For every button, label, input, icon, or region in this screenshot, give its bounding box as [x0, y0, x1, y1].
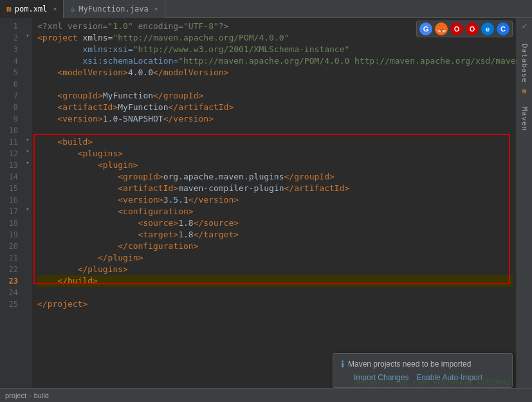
tab-bar: m pom.xml ✕ ☕ MyFunction.java ✕ [0, 0, 532, 18]
code-line-10 [37, 125, 513, 136]
code-line-4: xsi:schemaLocation="http://maven.apache.… [37, 55, 513, 67]
checkmark-icon: ✓ [522, 21, 527, 31]
code-line-18: <source>1.8</source> [37, 217, 513, 229]
line-num-6: 6 [3, 78, 18, 90]
tab-pom-close[interactable]: ✕ [53, 5, 57, 12]
line-num-24: 24 [3, 287, 18, 298]
fold-spacer-3 [23, 41, 32, 53]
tab-myfunc[interactable]: ☕ MyFunction.java ✕ [64, 0, 165, 18]
fold-spacer-18 [23, 215, 32, 226]
code-editor[interactable]: G 🦊 O O e C <?xml version="1.0" encoding… [32, 18, 532, 388]
fold-spacer-22 [23, 261, 32, 273]
line-num-25: 25 [3, 298, 18, 310]
line-num-2: 2 [3, 32, 18, 44]
line-num-10: 10 [3, 125, 18, 136]
code-line-8: <artifactId>MyFunction</artifactId> [37, 102, 513, 113]
right-sidebar: ✓ Database m Maven [517, 18, 532, 388]
editor-area: 1 2 3 4 5 6 7 8 9 10 11 12 13 14 15 16 1… [0, 18, 532, 388]
status-bar: project › build [0, 388, 532, 402]
java-icon: ☕ [70, 4, 75, 14]
line-num-11: 11 [3, 136, 18, 148]
tab-myfunc-close[interactable]: ✕ [154, 5, 158, 12]
maven-panel-label[interactable]: m [520, 89, 529, 94]
line-num-5: 5 [3, 67, 18, 78]
code-line-2: <project xmlns="http://maven.apache.org/… [37, 32, 513, 44]
code-line-12: <plugins> [37, 148, 513, 160]
notification-title: ℹ Maven projects need to be imported [341, 359, 504, 369]
code-line-7: <groupId>MyFunction</groupId> [37, 90, 513, 102]
code-line-19: <target>1.8</target> [37, 229, 513, 241]
tab-pom[interactable]: m pom.xml ✕ [0, 0, 64, 18]
line-num-1: 1 [3, 21, 18, 32]
line-num-9: 9 [3, 113, 18, 125]
line-num-18: 18 [3, 217, 18, 229]
code-line-9: <version>1.0-SNAPSHOT</version> [37, 113, 513, 125]
fold-13[interactable]: ▾ [23, 157, 32, 169]
database-panel-label[interactable]: Database [520, 44, 529, 83]
line-num-7: 7 [3, 90, 18, 102]
pom-icon: m [6, 4, 12, 14]
line-num-4: 4 [3, 55, 18, 67]
line-num-20: 20 [3, 241, 18, 252]
line-num-19: 19 [3, 229, 18, 241]
fold-spacer-16 [23, 192, 32, 203]
code-line-22: </plugins> [37, 264, 513, 275]
fold-11[interactable]: ▾ [23, 134, 32, 145]
breadcrumb-build: build [34, 392, 49, 399]
fold-spacer-9 [23, 111, 32, 122]
fold-spacer-23 [23, 273, 32, 284]
code-line-17: <configuration> [37, 206, 513, 217]
fold-spacer-14 [23, 169, 32, 180]
code-line-1: <?xml version="1.0" encoding="UTF-8"?> [37, 21, 513, 32]
code-line-20: </configuration> [37, 241, 513, 252]
fold-spacer-15 [23, 180, 32, 192]
code-line-14: <groupId>org.apache.maven.plugins</group… [37, 171, 513, 183]
code-line-15: <artifactId>maven-compiler-plugin</artif… [37, 183, 513, 194]
fold-17[interactable]: ▾ [23, 203, 32, 215]
fold-spacer-4 [23, 53, 32, 64]
line-num-22: 22 [3, 264, 18, 275]
notification-actions: Import Changes Enable Auto-Import [341, 373, 504, 382]
code-line-16: <version>3.5.1</version> [37, 194, 513, 206]
import-changes-button[interactable]: Import Changes [354, 373, 408, 382]
line-num-21: 21 [3, 252, 18, 264]
notification-message: Maven projects need to be imported [348, 360, 471, 369]
code-line-21: </plugin> [37, 252, 513, 264]
code-line-6 [37, 78, 513, 90]
line-num-14: 14 [3, 171, 18, 183]
line-num-23: 23 [3, 275, 18, 287]
line-num-15: 15 [3, 183, 18, 194]
notification-bar: ℹ Maven projects need to be imported Imp… [333, 353, 513, 388]
line-num-13: 13 [3, 160, 18, 171]
fold-spacer-20 [23, 238, 32, 250]
tab-pom-label: pom.xml [15, 5, 48, 14]
code-line-25: </project> [37, 298, 513, 310]
breadcrumb-separator: › [29, 392, 32, 399]
code-line-3: xmlns:xsi="http://www.w3.org/2001/XMLSch… [37, 44, 513, 55]
line-num-12: 12 [3, 148, 18, 160]
fold-spacer-6 [23, 76, 32, 87]
line-numbers: 1 2 3 4 5 6 7 8 9 10 11 12 13 14 15 16 1… [0, 18, 23, 388]
code-line-13: <plugin> [37, 160, 513, 171]
fold-spacer-5 [23, 64, 32, 76]
fold-column: ▾ ▾ ▾ ▾ ▾ [23, 18, 32, 388]
fold-spacer-10 [23, 122, 32, 134]
line-num-16: 16 [3, 194, 18, 206]
code-line-24 [37, 287, 513, 298]
line-num-17: 17 [3, 206, 18, 217]
fold-spacer-8 [23, 99, 32, 111]
code-line-5: <modelVersion>4.0.0</modelVersion> [37, 67, 513, 78]
fold-spacer-7 [23, 87, 32, 99]
code-line-23: </build> [37, 275, 513, 287]
info-icon: ℹ [341, 359, 344, 369]
code-line-11: <build> [37, 136, 513, 148]
maven-label[interactable]: Maven [520, 107, 529, 131]
fold-spacer-21 [23, 250, 32, 261]
line-num-3: 3 [3, 44, 18, 55]
tab-myfunc-label: MyFunction.java [78, 5, 148, 14]
fold-2[interactable]: ▾ [23, 30, 32, 41]
fold-spacer-19 [23, 226, 32, 238]
enable-auto-import-button[interactable]: Enable Auto-Import [416, 373, 482, 382]
fold-12[interactable]: ▾ [23, 145, 32, 157]
line-num-8: 8 [3, 102, 18, 113]
